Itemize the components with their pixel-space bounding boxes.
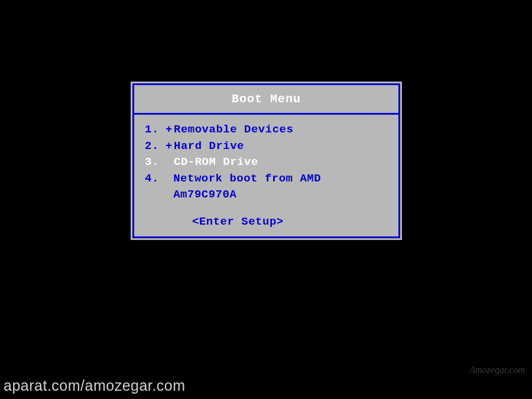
boot-menu-dialog: Boot Menu 1. + Removable Devices 2. + Ha… [131, 82, 402, 240]
watermark-bottom-right: Amozegar.com [469, 365, 525, 375]
boot-menu-title: Boot Menu [134, 85, 398, 115]
boot-item-number: 4. [145, 171, 165, 203]
boot-item-label: Removable Devices [174, 122, 293, 138]
boot-menu-items-list: 1. + Removable Devices 2. + Hard Drive 3… [134, 115, 398, 210]
boot-item-prefix [166, 154, 174, 171]
boot-item-cdrom-drive[interactable]: 3. CD-ROM Drive [145, 154, 388, 171]
boot-item-prefix [165, 171, 173, 203]
boot-item-label: Network boot from AMD Am79C970A [173, 171, 388, 203]
watermark-bottom-left: aparat.com/amozegar.com [4, 377, 185, 394]
boot-item-number: 1. [145, 122, 166, 138]
boot-item-number: 3. [145, 154, 166, 171]
boot-item-network-boot[interactable]: 4. Network boot from AMD Am79C970A [145, 171, 388, 203]
boot-item-label: Hard Drive [174, 138, 244, 155]
boot-item-label: CD-ROM Drive [174, 154, 258, 171]
boot-item-prefix: + [166, 138, 174, 155]
boot-menu-footer: <Enter Setup> [134, 210, 398, 236]
enter-setup-option[interactable]: <Enter Setup> [145, 215, 388, 228]
boot-item-prefix: + [166, 122, 174, 138]
boot-item-removable-devices[interactable]: 1. + Removable Devices [145, 122, 388, 138]
boot-item-hard-drive[interactable]: 2. + Hard Drive [145, 138, 388, 155]
boot-menu-inner-border: Boot Menu 1. + Removable Devices 2. + Ha… [132, 83, 400, 238]
boot-item-number: 2. [145, 138, 166, 155]
